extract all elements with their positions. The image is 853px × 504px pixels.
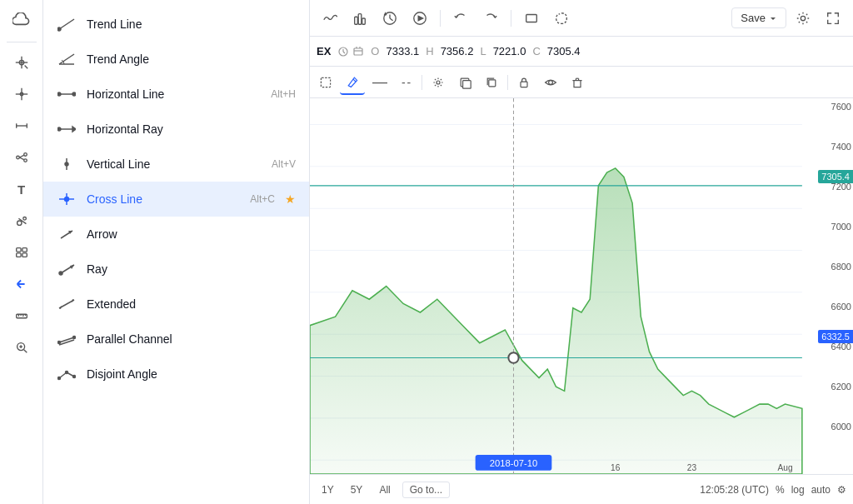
sidebar-item-horizontal-line[interactable]: Horizontal Line Alt+H (43, 77, 309, 112)
svg-line-31 (59, 19, 74, 29)
svg-point-16 (22, 217, 26, 221)
separator-2 (511, 10, 511, 27)
svg-point-37 (72, 92, 76, 96)
rectangle-btn[interactable] (518, 5, 545, 32)
sidebar-item-trend-angle[interactable]: Trend Angle (43, 42, 309, 77)
date-label-16: 16 (611, 463, 621, 472)
svg-point-42 (65, 162, 68, 166)
ruler-icon[interactable] (7, 301, 37, 331)
sidebar-item-horizontal-ray[interactable]: Horizontal Ray (43, 112, 309, 147)
layer-tool-btn[interactable] (452, 70, 477, 95)
cloud-icon[interactable] (7, 7, 37, 37)
svg-rect-86 (521, 82, 527, 87)
sidebar-item-ray[interactable]: Ray (43, 252, 309, 287)
ohlc-high-label: H (426, 45, 433, 57)
ray-icon (57, 259, 77, 279)
cross-line-star[interactable]: ★ (285, 192, 296, 206)
chart-svg: 2018-07-10 16 23 Aug (310, 98, 853, 474)
shape-icon[interactable] (7, 206, 37, 236)
clock-btn[interactable] (377, 5, 403, 32)
log-btn[interactable]: log (791, 484, 805, 496)
auto-btn[interactable]: auto (811, 484, 831, 496)
svg-rect-19 (22, 248, 26, 252)
top-toolbar: Save (310, 0, 853, 37)
sidebar: Trend Line Trend Angle Horizontal Line A… (43, 0, 310, 504)
svg-line-54 (59, 337, 74, 342)
horizontal-ray-label: Horizontal Ray (87, 122, 296, 136)
lasso-btn[interactable] (548, 5, 575, 32)
text-icon[interactable]: T (7, 174, 37, 204)
svg-line-75 (343, 52, 345, 53)
wave-btn[interactable] (317, 5, 343, 32)
svg-point-56 (58, 342, 61, 344)
svg-rect-21 (22, 253, 26, 257)
disjoint-angle-label: Disjoint Angle (87, 367, 296, 381)
svg-rect-64 (358, 13, 362, 24)
crosshair-add-icon[interactable] (7, 47, 37, 77)
sidebar-item-extended[interactable]: Extended (43, 287, 309, 322)
sidebar-item-arrow[interactable]: Arrow (43, 217, 309, 252)
save-label: Save (741, 12, 766, 24)
chart-fill (310, 168, 802, 474)
pencil-tool-btn[interactable] (340, 70, 365, 95)
draw-settings-btn[interactable] (426, 70, 451, 95)
chart-area[interactable]: 2018-07-10 16 23 Aug 7600 7400 7200 7000… (310, 98, 853, 474)
svg-line-14 (19, 157, 23, 160)
svg-rect-76 (354, 48, 362, 55)
sidebar-item-disjoint-angle[interactable]: Disjoint Angle (43, 357, 309, 392)
goto-btn[interactable]: Go to... (402, 482, 450, 498)
vertical-line-shortcut: Alt+V (272, 158, 296, 170)
crosshair-icon[interactable] (7, 79, 37, 109)
crosshair-point (508, 352, 518, 363)
solid-line-btn[interactable]: — (367, 70, 392, 95)
node-icon[interactable] (7, 142, 37, 172)
svg-point-72 (801, 16, 805, 20)
play-btn[interactable] (407, 5, 433, 32)
trend-line-label: Trend Line (87, 17, 296, 31)
settings-btn[interactable] (790, 5, 816, 32)
zoom-icon[interactable] (7, 332, 37, 362)
sidebar-item-parallel-channel[interactable]: Parallel Channel (43, 322, 309, 357)
period-1y[interactable]: 1Y (317, 482, 339, 497)
vertical-line-icon (57, 154, 77, 174)
sidebar-item-vertical-line[interactable]: Vertical Line Alt+V (43, 147, 309, 182)
svg-rect-85 (489, 79, 496, 86)
percent-btn[interactable]: % (776, 484, 785, 496)
expand-btn[interactable] (820, 5, 846, 32)
svg-line-3 (24, 66, 27, 69)
select-tool-btn[interactable] (313, 70, 338, 95)
svg-point-57 (73, 337, 76, 339)
cross-line-shortcut: Alt+C (250, 193, 275, 205)
svg-point-87 (549, 80, 553, 84)
date-label-aug: Aug (777, 463, 792, 472)
delete-tool-btn[interactable] (565, 70, 590, 95)
measure-icon[interactable] (7, 111, 37, 141)
period-5y[interactable]: 5Y (346, 482, 368, 497)
sidebar-item-trend-line[interactable]: Trend Line (43, 7, 309, 42)
svg-rect-65 (362, 18, 366, 24)
undo-btn[interactable] (447, 5, 474, 32)
svg-point-82 (436, 81, 440, 84)
svg-point-11 (23, 153, 27, 157)
svg-line-13 (19, 155, 23, 157)
lock-tool-btn[interactable] (511, 70, 536, 95)
ohlc-symbol: EX (317, 45, 331, 57)
svg-line-28 (23, 350, 27, 353)
horizontal-line-icon (57, 84, 77, 104)
back-arrow-icon[interactable] (7, 269, 37, 299)
ohlc-icons (337, 46, 364, 57)
sidebar-item-cross-line[interactable]: Cross Line Alt+C ★ (43, 182, 309, 217)
redo-btn[interactable] (477, 5, 504, 32)
save-button[interactable]: Save (731, 7, 786, 28)
copy-tool-btn[interactable] (479, 70, 504, 95)
arrow-label: Arrow (87, 227, 296, 241)
dash-line-btn[interactable]: - - (393, 70, 418, 95)
svg-line-34 (59, 54, 74, 64)
svg-marker-50 (70, 265, 74, 269)
bottom-settings-btn[interactable]: ⚙ (837, 484, 846, 496)
eye-tool-btn[interactable] (538, 70, 563, 95)
horizontal-ray-icon (57, 119, 77, 139)
layout-icon[interactable] (7, 237, 37, 267)
bar-chart-btn[interactable] (347, 5, 373, 32)
period-all[interactable]: All (374, 482, 395, 497)
